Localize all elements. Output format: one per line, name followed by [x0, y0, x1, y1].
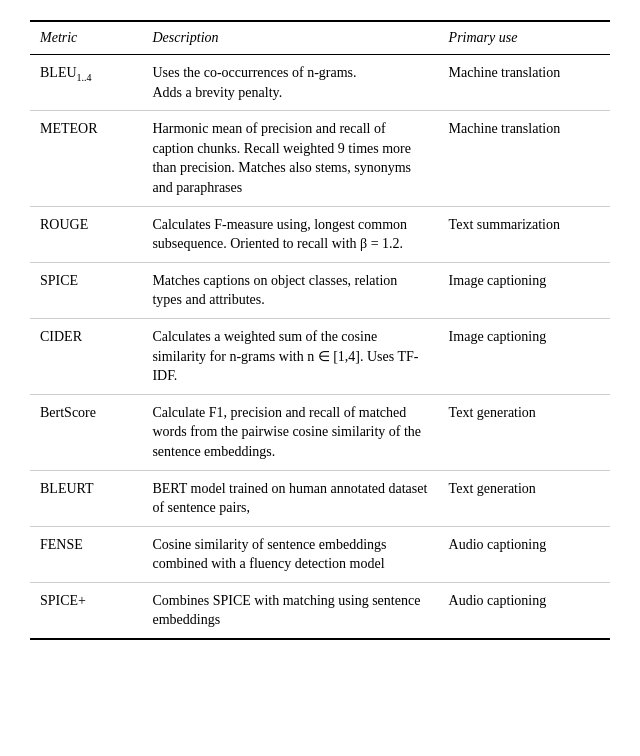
metrics-table: Metric Description Primary use BLEU1..4U… [30, 20, 610, 640]
description-cell: Cosine similarity of sentence embeddings… [142, 526, 438, 582]
metric-name-cell: CIDER [30, 318, 142, 394]
table-row: METEORHarmonic mean of precision and rec… [30, 111, 610, 206]
primary-use-cell: Audio captioning [439, 582, 610, 639]
header-description: Description [142, 21, 438, 55]
primary-use-cell: Text generation [439, 470, 610, 526]
metric-name-cell: ROUGE [30, 206, 142, 262]
description-cell: Combines SPICE with matching using sente… [142, 582, 438, 639]
metric-name-cell: BLEU1..4 [30, 55, 142, 111]
table-row: CIDERCalculates a weighted sum of the co… [30, 318, 610, 394]
header-metric: Metric [30, 21, 142, 55]
primary-use-cell: Audio captioning [439, 526, 610, 582]
table-header-row: Metric Description Primary use [30, 21, 610, 55]
table-row: SPICE+Combines SPICE with matching using… [30, 582, 610, 639]
header-primary-use: Primary use [439, 21, 610, 55]
description-cell: Uses the co-occurrences of n-grams.Adds … [142, 55, 438, 111]
metric-name-cell: METEOR [30, 111, 142, 206]
metric-name-cell: SPICE [30, 262, 142, 318]
primary-use-cell: Image captioning [439, 318, 610, 394]
description-cell: Harmonic mean of precision and recall of… [142, 111, 438, 206]
primary-use-cell: Image captioning [439, 262, 610, 318]
primary-use-cell: Text summarization [439, 206, 610, 262]
table-row: BLEU1..4Uses the co-occurrences of n-gra… [30, 55, 610, 111]
primary-use-cell: Text generation [439, 394, 610, 470]
table-row: SPICEMatches captions on object classes,… [30, 262, 610, 318]
metric-name-cell: BertScore [30, 394, 142, 470]
table-row: BLEURTBERT model trained on human annota… [30, 470, 610, 526]
primary-use-cell: Machine translation [439, 55, 610, 111]
description-cell: Matches captions on object classes, rela… [142, 262, 438, 318]
primary-use-cell: Machine translation [439, 111, 610, 206]
table-row: ROUGECalculates F-measure using, longest… [30, 206, 610, 262]
metric-name-cell: SPICE+ [30, 582, 142, 639]
description-cell: Calculates a weighted sum of the cosine … [142, 318, 438, 394]
description-cell: Calculate F1, precision and recall of ma… [142, 394, 438, 470]
table-row: FENSECosine similarity of sentence embed… [30, 526, 610, 582]
main-container: Metric Description Primary use BLEU1..4U… [0, 0, 640, 660]
description-cell: BERT model trained on human annotated da… [142, 470, 438, 526]
metric-name-cell: BLEURT [30, 470, 142, 526]
description-cell: Calculates F-measure using, longest comm… [142, 206, 438, 262]
metric-name-cell: FENSE [30, 526, 142, 582]
table-row: BertScoreCalculate F1, precision and rec… [30, 394, 610, 470]
